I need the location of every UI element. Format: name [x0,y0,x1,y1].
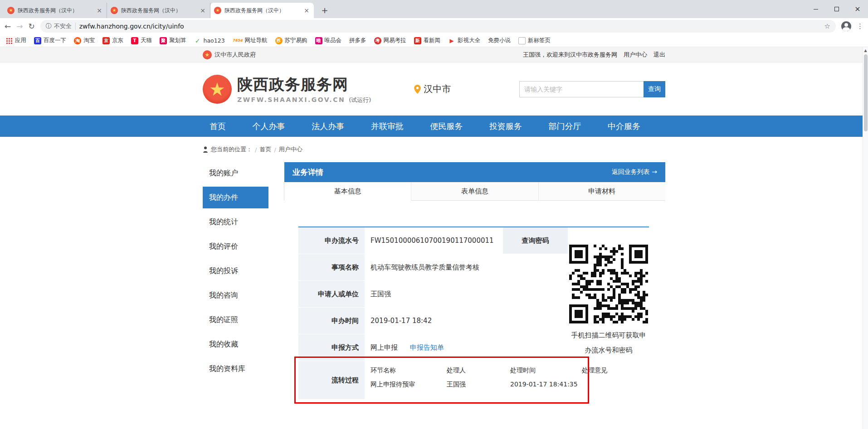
panel-title: 业务详情 [293,167,323,178]
nav-personal[interactable]: 个人办事 [253,121,285,132]
back-icon[interactable]: ← [5,22,11,31]
process-header-step: 环节名称 [371,366,447,375]
bookmark-news[interactable]: 新看新闻 [414,37,441,44]
url-text: zwfw.hanzhong.gov.cn/icity/uinfo [79,23,184,30]
bookmark-apps[interactable]: 应用 [5,37,26,44]
bookmark-newtab[interactable]: 新标签页 [518,37,551,44]
tab-close-icon[interactable]: × [199,7,206,14]
content-area: 我的账户 我的办件 我的统计 我的评价 我的投诉 我的咨询 我的证照 我的收藏 … [203,162,665,429]
sidebar-item-cases[interactable]: 我的办件 [203,187,268,208]
url-divider [75,23,76,30]
bookmark-suning[interactable]: 苏苏宁易购 [275,37,307,44]
security-indicator[interactable]: ⓘ 不安全 [46,22,72,30]
national-emblem-icon [203,50,212,59]
scrollbar-thumb[interactable] [864,54,868,131]
welcome-text: 王国强，欢迎来到汉中市政务服务网 [523,51,617,59]
scroll-up-arrow-icon[interactable]: ▲ [863,47,868,53]
tab-basic-info[interactable]: 基本信息 [284,182,411,201]
notification-form-link[interactable]: 申报告知单 [410,343,444,352]
new-tab-button[interactable]: + [318,5,331,17]
reload-icon[interactable]: ↻ [29,22,35,31]
browser-tab-1[interactable]: 陕西政务服务网（汉中） × [4,3,107,18]
menu-dots-icon[interactable]: ⋮ [857,22,863,30]
bookmark-pdd[interactable]: 拼多多 [349,37,366,44]
breadcrumb-current[interactable]: 用户中心 [279,145,302,154]
maximize-button[interactable] [826,0,847,18]
process-header-opinion: 处理意见 [582,366,649,375]
tab-close-icon[interactable]: × [303,7,310,14]
tab-form-info[interactable]: 表单信息 [411,182,538,200]
site-favicon [214,7,221,14]
bookmark-star-icon[interactable]: ☆ [824,22,830,30]
profile-avatar[interactable] [841,21,851,31]
browser-window: 陕西政务服务网（汉中） × 陕西政务服务网（汉中） × 陕西政务服务网（汉中） … [0,0,868,429]
search-input[interactable] [519,81,644,97]
vip-icon: 唯 [315,37,322,44]
bookmark-vip[interactable]: 唯唯品会 [315,37,342,44]
nav-investment[interactable]: 投资服务 [489,121,522,132]
suning-icon: 苏 [275,37,283,44]
bookmark-taobao[interactable]: 淘淘宝 [74,37,95,44]
breadcrumb-home[interactable]: 首页 [259,145,271,154]
tab-title: 陕西政务服务网（汉中） [18,7,93,14]
logout-link[interactable]: 退出 [653,51,665,59]
query-password-button[interactable]: 查询密码 [503,227,568,254]
bookmark-novel[interactable]: 免费小说 [488,37,511,44]
juhuasuan-icon: 聚 [160,37,167,44]
nav-convenience[interactable]: 便民服务 [430,121,463,132]
process-step: 网上申报待预审 [371,381,447,389]
bookmark-jd[interactable]: 京京东 [102,37,123,44]
nav-home[interactable]: 首页 [210,121,226,132]
bookmark-video[interactable]: ▶影视大全 [448,37,480,44]
close-button[interactable]: × [847,0,868,18]
sidebar-item-complaints[interactable]: 我的投诉 [203,260,268,282]
tmall-icon: T [131,37,138,44]
sidebar-item-library[interactable]: 我的资料库 [203,358,268,380]
site-logo: 陕西政务服务网 ZWFW.SHAANXI.GOV.CN (试运行) [237,74,371,104]
site-domain: ZWFW.SHAANXI.GOV.CN [237,96,345,103]
sidebar-item-statistics[interactable]: 我的统计 [203,211,268,233]
nav-intermediary[interactable]: 中介服务 [608,121,640,132]
bookmark-baidu[interactable]: 百百度一下 [34,37,66,44]
back-to-list-link[interactable]: 返回业务列表 → [612,168,657,176]
user-sidebar: 我的账户 我的办件 我的统计 我的评价 我的投诉 我的咨询 我的证照 我的收藏 … [203,162,268,429]
sidebar-item-favorites[interactable]: 我的收藏 [203,333,268,355]
page-scrollbar[interactable]: ▲ [863,47,868,429]
process-handler: 王国强 [447,381,510,389]
url-field[interactable]: ⓘ 不安全 zwfw.hanzhong.gov.cn/icity/uinfo ☆ [40,20,836,33]
bookmark-daohang[interactable]: 7654网址导航 [233,37,268,44]
tab-materials[interactable]: 申请材料 [539,182,665,200]
serial-number: FW15010000610700190117000011 [365,227,503,254]
sidebar-item-reviews[interactable]: 我的评价 [203,236,268,257]
check-icon: ✓ [194,37,201,44]
gov-topstrip: 汉中市人民政府 王国强，欢迎来到汉中市政务服务网 用户中心 退出 [0,47,868,63]
city-selector[interactable]: 汉中市 [414,83,451,95]
bookmark-tmall[interactable]: T天猫 [131,37,152,44]
qr-caption: 手机扫描二维码可获取申 办流水号和密码 [568,330,649,356]
sidebar-item-account[interactable]: 我的账户 [203,162,268,184]
nav-legal[interactable]: 法人办事 [312,121,344,132]
nav-departments[interactable]: 部门分厅 [548,121,581,132]
bookmark-kaola[interactable]: 考网易考拉 [374,37,406,44]
process-table: 环节名称 处理人 处理时间 处理意见 网上申报待预审 王国强 2019-01-1… [365,361,649,399]
page-icon [518,37,526,44]
browser-tab-3-active[interactable]: 陕西政务服务网（汉中） × [210,3,314,18]
minimize-button[interactable] [805,0,826,18]
process-time: 2019-01-17 18:41:35 [510,381,582,389]
bookmark-hao123[interactable]: ✓hao123 [194,37,225,44]
tab-title: 陕西政务服务网（汉中） [121,7,196,14]
sidebar-item-consultations[interactable]: 我的咨询 [203,284,268,306]
jd-icon: 京 [102,37,110,44]
breadcrumb-label: 您当前的位置： [211,145,252,154]
sidebar-item-licenses[interactable]: 我的证照 [203,309,268,331]
search-button[interactable]: 查询 [644,81,665,97]
nav-joint[interactable]: 并联审批 [371,121,404,132]
bookmarks-bar: 应用 百百度一下 淘淘宝 京京东 T天猫 聚聚划算 ✓hao123 7654网址… [0,34,868,47]
user-center-link[interactable]: 用户中心 [624,51,647,59]
city-name: 汉中市 [424,83,451,95]
bookmark-juhuasuan[interactable]: 聚聚划算 [160,37,186,44]
process-header-time: 处理时间 [510,366,582,375]
browser-tab-2[interactable]: 陕西政务服务网（汉中） × [107,3,210,18]
tab-close-icon[interactable]: × [96,7,103,14]
forward-icon[interactable]: → [16,22,23,31]
